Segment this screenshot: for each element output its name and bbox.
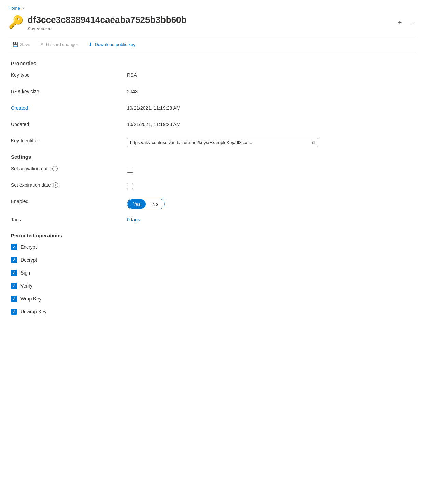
operation-row-decrypt: Decrypt <box>11 257 413 263</box>
key-identifier-text: https://akv-contoso.vault.azure.net/keys… <box>130 140 309 145</box>
property-row-enabled: Enabled Yes No <box>11 198 413 209</box>
enabled-toggle-container: Yes No <box>127 198 413 209</box>
page-subtitle: Key Version <box>28 26 392 31</box>
rsa-key-size-label: RSA key size <box>11 88 127 94</box>
page-title-block: df3cce3c8389414caeaba7525b3bb60b Key Ver… <box>28 15 392 31</box>
sign-checkbox[interactable] <box>11 270 17 276</box>
key-type-value: RSA <box>127 72 413 78</box>
verify-checkbox[interactable] <box>11 283 17 289</box>
property-row-key-type: Key type RSA <box>11 72 413 81</box>
expiration-info-icon[interactable]: i <box>53 182 58 188</box>
activation-date-checkbox[interactable] <box>127 167 133 173</box>
tags-value: 0 tags <box>127 216 413 222</box>
operations-heading: Permitted operations <box>11 233 413 238</box>
decrypt-label: Decrypt <box>20 257 37 263</box>
copy-icon: ⧉ <box>312 140 315 145</box>
property-row-created: Created 10/21/2021, 11:19:23 AM <box>11 104 413 114</box>
expiration-date-checkbox-container <box>127 182 413 190</box>
page-header: 🔑 df3cce3c8389414caeaba7525b3bb60b Key V… <box>8 15 416 31</box>
enabled-toggle[interactable]: Yes No <box>127 199 165 209</box>
more-options-button[interactable]: ··· <box>408 18 416 28</box>
discard-changes-button[interactable]: ✕ Discard changes <box>36 40 83 49</box>
pin-icon: ✦ <box>397 19 402 26</box>
download-label: Download public key <box>95 42 135 47</box>
save-label: Save <box>20 42 30 47</box>
created-value: 10/21/2021, 11:19:23 AM <box>127 104 413 111</box>
operation-row-wrap-key: Wrap Key <box>11 296 413 302</box>
enabled-label: Enabled <box>11 198 127 204</box>
breadcrumb-home[interactable]: Home <box>8 5 20 11</box>
operations-section: Permitted operations Encrypt Decrypt Sig… <box>11 233 413 315</box>
rsa-key-size-value: 2048 <box>127 88 413 94</box>
decrypt-checkbox[interactable] <box>11 257 17 263</box>
activation-info-icon[interactable]: i <box>52 166 58 171</box>
property-row-key-identifier: Key Identifier https://akv-contoso.vault… <box>11 137 413 147</box>
wrap-key-checkbox[interactable] <box>11 296 17 302</box>
key-type-label: Key type <box>11 72 127 78</box>
updated-value: 10/21/2021, 11:19:23 AM <box>127 121 413 127</box>
settings-section: Settings Set activation date i Set expir… <box>11 154 413 226</box>
save-button[interactable]: 💾 Save <box>8 40 34 49</box>
operation-row-unwrap-key: Unwrap Key <box>11 309 413 315</box>
breadcrumb: Home › <box>8 5 416 11</box>
pin-button[interactable]: ✦ <box>396 17 404 28</box>
toggle-yes[interactable]: Yes <box>128 199 146 209</box>
expiration-date-checkbox[interactable] <box>127 183 133 189</box>
main-content: Properties Key type RSA RSA key size 204… <box>8 60 416 315</box>
property-row-updated: Updated 10/21/2021, 11:19:23 AM <box>11 121 413 130</box>
download-icon: ⬇ <box>88 42 93 47</box>
verify-label: Verify <box>20 283 32 289</box>
unwrap-key-label: Unwrap Key <box>20 309 46 314</box>
encrypt-label: Encrypt <box>20 244 37 250</box>
activation-date-label: Set activation date i <box>11 165 127 171</box>
properties-section: Properties Key type RSA RSA key size 204… <box>11 60 413 147</box>
sign-label: Sign <box>20 270 30 276</box>
discard-icon: ✕ <box>40 42 44 47</box>
property-row-activation: Set activation date i <box>11 165 413 175</box>
page-title: df3cce3c8389414caeaba7525b3bb60b <box>28 15 392 25</box>
key-identifier-box: https://akv-contoso.vault.azure.net/keys… <box>127 138 318 147</box>
property-row-tags: Tags 0 tags <box>11 216 413 226</box>
encrypt-checkbox[interactable] <box>11 244 17 250</box>
header-actions: ✦ ··· <box>396 17 416 28</box>
key-identifier-label: Key Identifier <box>11 137 127 143</box>
expiration-date-label: Set expiration date i <box>11 182 127 188</box>
updated-label: Updated <box>11 121 127 127</box>
discard-label: Discard changes <box>46 42 79 47</box>
operation-row-verify: Verify <box>11 283 413 289</box>
created-label: Created <box>11 104 127 111</box>
property-row-rsa-key-size: RSA key size 2048 <box>11 88 413 98</box>
wrap-key-label: Wrap Key <box>20 296 41 302</box>
operation-row-encrypt: Encrypt <box>11 244 413 250</box>
ellipsis-icon: ··· <box>409 19 414 26</box>
save-icon: 💾 <box>12 42 18 47</box>
copy-key-identifier-button[interactable]: ⧉ <box>312 140 315 145</box>
breadcrumb-separator: › <box>22 5 24 11</box>
tags-link[interactable]: 0 tags <box>127 217 140 222</box>
activation-date-checkbox-container <box>127 165 413 174</box>
download-public-key-button[interactable]: ⬇ Download public key <box>84 40 139 49</box>
tags-label: Tags <box>11 216 127 222</box>
toggle-no[interactable]: No <box>146 199 164 209</box>
properties-heading: Properties <box>11 60 413 66</box>
property-row-expiration: Set expiration date i <box>11 182 413 191</box>
settings-heading: Settings <box>11 154 413 160</box>
operation-row-sign: Sign <box>11 270 413 276</box>
key-identifier-value: https://akv-contoso.vault.azure.net/keys… <box>127 137 413 147</box>
unwrap-key-checkbox[interactable] <box>11 309 17 315</box>
key-icon: 🔑 <box>8 16 24 28</box>
toolbar: 💾 Save ✕ Discard changes ⬇ Download publ… <box>8 37 416 52</box>
